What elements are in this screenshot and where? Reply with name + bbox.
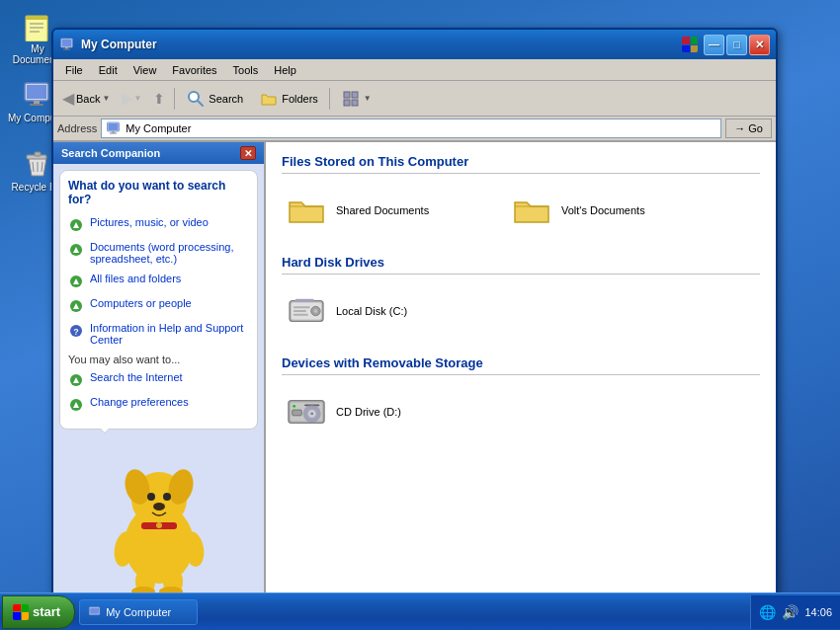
panel-header: Search Companion ✕	[53, 142, 264, 164]
documents-link-icon	[68, 242, 84, 258]
allfiles-link-text: All files and folders	[90, 273, 181, 284]
search-internet-text: Search the Internet	[90, 371, 183, 383]
svg-line-17	[198, 101, 203, 106]
desktop: My Documents My Computer Recycle Bin	[0, 0, 840, 630]
volume-tray-icon: 🔊	[782, 604, 798, 620]
section-removable-title: Devices with Removable Storage	[282, 355, 760, 375]
search-internet-icon	[68, 372, 84, 388]
svg-point-46	[153, 503, 165, 511]
svg-rect-25	[110, 133, 117, 134]
search-button[interactable]: Search	[179, 85, 250, 113]
preferences-icon	[68, 397, 84, 413]
menu-help[interactable]: Help	[266, 62, 304, 78]
maximize-button[interactable]: □	[726, 35, 747, 55]
toolbar-sep-2	[329, 88, 330, 110]
svg-point-68	[310, 412, 313, 415]
search-internet-link[interactable]: Search the Internet	[68, 371, 249, 388]
content-area: Search Companion ✕ What do you want to s…	[53, 142, 776, 593]
search-link-pictures[interactable]: Pictures, music, or video	[68, 216, 249, 233]
svg-rect-1	[26, 16, 47, 20]
menu-favorites[interactable]: Favorites	[164, 62, 224, 78]
search-icon	[186, 89, 206, 109]
svg-rect-60	[294, 310, 306, 312]
svg-rect-72	[90, 607, 99, 613]
computers-link-text: Computers or people	[90, 297, 192, 309]
close-button[interactable]: ✕	[749, 35, 770, 55]
search-link-documents[interactable]: Documents (word processing, spreadsheet,…	[68, 241, 249, 265]
search-companion-panel: Search Companion ✕ What do you want to s…	[53, 142, 266, 593]
svg-rect-13	[62, 39, 72, 46]
addressbar: Address My Computer → Go	[53, 117, 776, 142]
main-content-panel: Files Stored on This Computer Shared Doc…	[266, 142, 776, 593]
folders-button[interactable]: Folders	[252, 85, 325, 113]
preferences-text: Change preferences	[90, 396, 189, 408]
menu-file[interactable]: File	[57, 62, 91, 78]
svg-point-45	[163, 493, 171, 501]
titlebar: My Computer — □ ✕	[53, 30, 776, 59]
my-computer-window: My Computer — □ ✕ File Edit View Favorit…	[51, 28, 778, 595]
address-go-button[interactable]: → Go	[725, 118, 772, 138]
svg-text:?: ?	[73, 327, 79, 337]
cd-drive-d-label: CD Drive (D:)	[336, 406, 401, 418]
xp-logo	[682, 37, 698, 52]
taskbar-window-label: My Computer	[106, 606, 171, 618]
titlebar-buttons: — □ ✕	[704, 35, 770, 55]
pictures-link-icon	[68, 217, 84, 233]
files-grid: Shared Documents Volt's Documents	[282, 186, 760, 235]
address-value: My Computer	[126, 122, 191, 134]
section-harddisk-title: Hard Disk Drives	[282, 255, 760, 275]
svg-rect-62	[295, 299, 314, 302]
svg-rect-7	[34, 101, 40, 104]
pictures-link-text: Pictures, music, or video	[90, 216, 209, 228]
speech-bubble: What do you want to search for? Pictures…	[59, 170, 258, 430]
menu-tools[interactable]: Tools	[225, 62, 267, 78]
helpinfo-link-icon: ?	[68, 323, 84, 339]
start-flag-icon	[13, 604, 29, 620]
allfiles-link-icon	[68, 274, 84, 289]
forward-button[interactable]: ▶ ▼	[117, 85, 146, 113]
folders-label: Folders	[282, 93, 318, 105]
svg-rect-6	[27, 85, 46, 99]
back-button[interactable]: ◀ Back ▼	[57, 85, 115, 113]
volt-documents-label: Volt's Documents	[561, 204, 645, 216]
volt-documents-item[interactable]: Volt's Documents	[507, 186, 724, 235]
recycle-bin-icon	[22, 148, 53, 180]
svg-rect-11	[35, 152, 41, 156]
local-disk-c-label: Local Disk (C:)	[336, 305, 407, 317]
svg-rect-20	[344, 100, 350, 106]
change-preferences-link[interactable]: Change preferences	[68, 396, 249, 413]
local-disk-c-icon	[287, 291, 326, 331]
address-input[interactable]: My Computer	[101, 118, 721, 138]
search-link-helpinfo[interactable]: ? Information in Help and Support Center	[68, 322, 249, 346]
search-link-computers[interactable]: Computers or people	[68, 297, 249, 314]
search-link-allfiles[interactable]: All files and folders	[68, 273, 249, 289]
shared-documents-label: Shared Documents	[336, 204, 429, 216]
address-computer-icon	[106, 120, 122, 136]
taskbar-time: 14:06	[804, 606, 832, 618]
address-label: Address	[57, 122, 97, 134]
svg-rect-21	[352, 100, 358, 106]
up-button[interactable]: ⬆	[148, 85, 170, 113]
views-button[interactable]: ▼	[334, 85, 378, 113]
cd-drive-d-item[interactable]: CD Drive (D:)	[282, 387, 499, 436]
svg-point-70	[293, 405, 295, 408]
svg-rect-18	[344, 92, 350, 98]
back-dropdown-icon: ▼	[102, 94, 110, 103]
local-disk-c-item[interactable]: Local Disk (C:)	[282, 286, 499, 336]
menu-edit[interactable]: Edit	[91, 62, 126, 78]
start-button[interactable]: start	[2, 595, 75, 629]
back-label: Back	[76, 93, 100, 105]
svg-point-58	[314, 309, 318, 313]
shared-documents-icon	[287, 191, 326, 230]
cd-drive-d-icon	[287, 392, 326, 432]
network-tray-icon: 🌐	[759, 604, 776, 620]
taskbar-window-icon	[88, 605, 102, 619]
shared-documents-item[interactable]: Shared Documents	[282, 186, 499, 235]
menu-view[interactable]: View	[126, 62, 165, 78]
minimize-button[interactable]: —	[704, 35, 724, 55]
back-arrow-icon: ◀	[62, 89, 74, 108]
svg-rect-59	[294, 306, 310, 308]
panel-close-button[interactable]: ✕	[240, 146, 256, 160]
toolbar: ◀ Back ▼ ▶ ▼ ⬆ S	[53, 81, 776, 117]
taskbar-window-item[interactable]: My Computer	[79, 599, 198, 625]
